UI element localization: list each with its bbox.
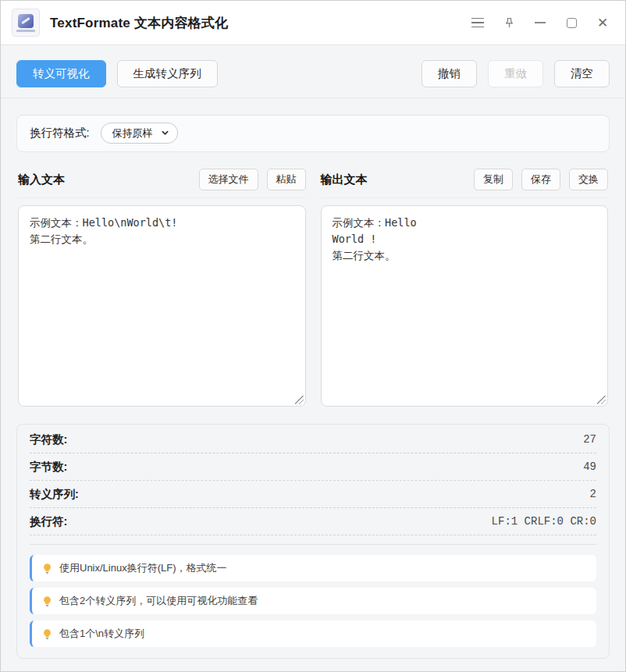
close-button[interactable]: ✕ [591,11,614,34]
stat-row-byte-count: 字节数: 49 [30,453,596,481]
maximize-icon [567,18,577,28]
lightbulb-icon [41,596,53,607]
tip-item: 使用Unix/Linux换行符(LF)，格式统一 [30,555,596,581]
pin-icon [503,16,516,30]
pin-button[interactable] [497,11,521,34]
choose-file-button[interactable]: 选择文件 [199,169,258,190]
menu-button[interactable] [466,11,489,34]
toolbar: 转义可视化 生成转义序列 撤销 重做 清空 [1,45,625,98]
save-button[interactable]: 保存 [521,169,560,190]
lightbulb-icon [41,563,53,574]
minimize-button[interactable] [528,11,552,34]
swap-button[interactable]: 交换 [569,169,608,190]
app-logo-glyph [18,14,34,28]
output-panel-header: 输出文本 复制 保存 交换 [321,169,609,198]
tip-text: 包含2个转义序列，可以使用可视化功能查看 [59,594,258,608]
divider [30,544,596,545]
tips-list: 使用Unix/Linux换行符(LF)，格式统一 包含2个转义序列，可以使用可视… [30,555,596,647]
tip-item: 包含1个\n转义序列 [30,620,596,647]
maximize-button[interactable] [560,11,583,34]
stat-value: LF:1 CRLF:0 CR:0 [492,515,596,528]
visualize-escapes-button[interactable]: 转义可视化 [16,60,106,87]
generate-escapes-button[interactable]: 生成转义序列 [117,60,218,87]
stat-row-newlines: 换行符: LF:1 CRLF:0 CR:0 [30,508,596,535]
tip-text: 使用Unix/Linux换行符(LF)，格式统一 [59,561,227,575]
newline-format-label: 换行符格式: [30,126,90,140]
paste-button[interactable]: 粘贴 [267,169,306,190]
output-panel: 输出文本 复制 保存 交换 示例文本：Hello World ! 第二行文本。 [321,169,609,407]
app-logo-caption [16,30,35,32]
stat-row-escape-sequences: 转义序列: 2 [30,481,596,508]
input-textarea[interactable]: 示例文本：Hello\nWorld\t! 第二行文本。 [18,205,306,407]
newline-format-selected-value: 保持原样 [112,126,153,140]
window-title: TextFormate 文本内容格式化 [50,14,228,32]
chevron-down-icon [161,129,169,137]
text-panels: 输入文本 选择文件 粘贴 示例文本：Hello\nWorld\t! 第二行文本。… [18,169,608,407]
copy-button[interactable]: 复制 [474,169,513,190]
lightbulb-icon [41,628,53,640]
input-panel-title: 输入文本 [18,172,65,187]
stat-row-char-count: 字符数: 27 [30,426,596,453]
stat-label: 转义序列: [30,487,79,502]
stat-value: 49 [583,460,596,473]
newline-format-bar: 换行符格式: 保持原样 [16,115,610,153]
tip-item: 包含2个转义序列，可以使用可视化功能查看 [30,588,596,614]
window-controls: ✕ [466,11,614,34]
clear-button[interactable]: 清空 [554,60,610,87]
stat-label: 字节数: [30,460,67,475]
stat-value: 2 [590,488,596,500]
title-bar: TextFormate 文本内容格式化 ✕ [1,1,625,45]
newline-format-select[interactable]: 保持原样 [101,123,178,144]
input-panel: 输入文本 选择文件 粘贴 示例文本：Hello\nWorld\t! 第二行文本。 [18,169,306,407]
close-icon: ✕ [597,16,608,30]
output-panel-title: 输出文本 [321,172,368,187]
app-window: TextFormate 文本内容格式化 ✕ 转义 [0,0,626,672]
tip-text: 包含1个\n转义序列 [59,627,144,641]
output-textarea[interactable]: 示例文本：Hello World ! 第二行文本。 [321,205,609,407]
redo-button[interactable]: 重做 [488,60,543,87]
input-panel-header: 输入文本 选择文件 粘贴 [18,169,306,198]
hamburger-menu-icon [471,18,484,28]
undo-button[interactable]: 撤销 [421,60,477,87]
minimize-icon [535,22,546,23]
app-logo-icon [12,9,40,37]
stat-value: 27 [583,433,596,446]
stat-label: 字符数: [30,432,67,447]
stats-panel: 字符数: 27 字节数: 49 转义序列: 2 换行符: LF:1 CRLF:0… [16,424,610,659]
stat-label: 换行符: [30,514,67,529]
